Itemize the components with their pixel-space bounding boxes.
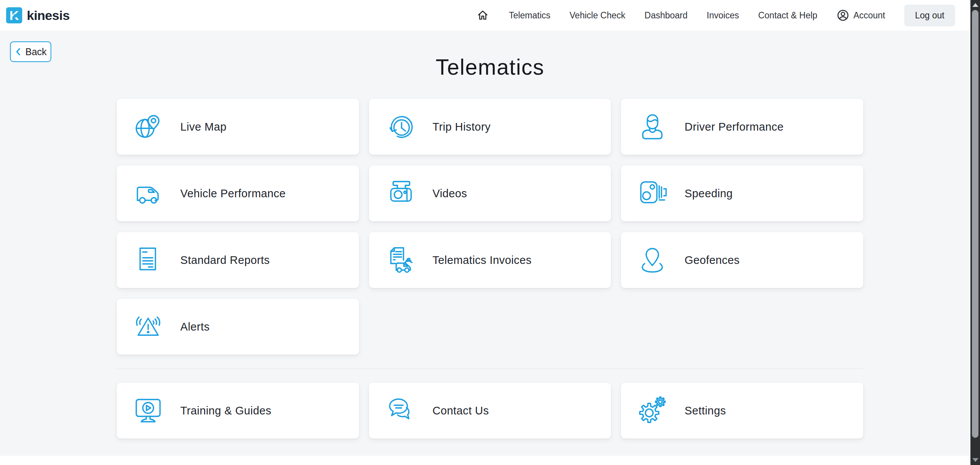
menu-card-settings[interactable]: Settings — [621, 383, 863, 439]
van-icon — [134, 179, 163, 208]
menu-card-speeding[interactable]: Speeding — [621, 165, 863, 221]
menu-card-trip-history[interactable]: Trip History — [369, 99, 611, 155]
report-document-icon — [134, 246, 163, 275]
back-button[interactable]: Back — [10, 41, 51, 62]
card-label: Trip History — [433, 121, 491, 133]
kinesis-logo[interactable]: K kinesis — [6, 7, 70, 23]
scrollbar-up-arrow-icon[interactable] — [972, 3, 978, 7]
chevron-left-icon — [15, 47, 22, 56]
menu-card-vehicle-performance[interactable]: Vehicle Performance — [117, 165, 359, 221]
card-label: Standard Reports — [180, 254, 270, 267]
secondary-card-grid: Training & Guides Contact Us Settings — [117, 383, 863, 439]
back-label: Back — [25, 46, 47, 57]
scrollbar-thumb[interactable] — [972, 10, 978, 438]
card-label: Contact Us — [433, 404, 489, 417]
menu-card-telematics-invoices[interactable]: Telematics Invoices — [369, 232, 611, 288]
menu-card-live-map[interactable]: Live Map — [117, 99, 359, 155]
brand-name: kinesis — [27, 8, 70, 23]
card-label: Settings — [684, 404, 726, 417]
alert-triangle-icon — [134, 312, 163, 341]
section-divider — [117, 368, 863, 369]
menu-card-geofences[interactable]: Geofences — [621, 232, 863, 288]
card-label: Telematics Invoices — [433, 254, 532, 267]
driver-icon — [638, 112, 667, 141]
card-label: Speeding — [684, 187, 733, 200]
menu-card-standard-reports[interactable]: Standard Reports — [117, 232, 359, 288]
card-label: Vehicle Performance — [180, 187, 286, 200]
account-label: Account — [853, 10, 885, 21]
nav-item-telematics[interactable]: Telematics — [509, 10, 550, 21]
kinesis-logo-icon: K — [6, 7, 22, 23]
menu-card-alerts[interactable]: Alerts — [117, 299, 359, 355]
content-area: Back Telematics Live Map Trip History — [0, 31, 980, 456]
menu-card-contact-us[interactable]: Contact Us — [369, 383, 611, 439]
account-circle-icon — [836, 9, 849, 22]
card-label: Driver Performance — [684, 121, 784, 133]
page-title: Telematics — [0, 54, 980, 80]
telematics-page: K kinesis TelematicsVehicle CheckDashboa… — [0, 0, 980, 465]
nav-item-vehicle-check[interactable]: Vehicle Check — [570, 10, 626, 21]
card-label: Geofences — [684, 254, 740, 267]
menu-card-training-guides[interactable]: Training & Guides — [117, 383, 359, 439]
nav-account[interactable]: Account — [836, 9, 885, 22]
chat-bubbles-icon — [386, 396, 415, 425]
card-label: Videos — [433, 187, 467, 200]
geofence-pin-icon — [638, 246, 667, 275]
nav-item-dashboard[interactable]: Dashboard — [645, 10, 688, 21]
history-clock-icon — [386, 112, 415, 141]
card-label: Live Map — [180, 121, 227, 133]
nav-item-contact-help[interactable]: Contact & Help — [758, 10, 817, 21]
training-monitor-icon — [134, 396, 163, 425]
nav-item-invoices[interactable]: Invoices — [707, 10, 739, 21]
menu-card-driver-performance[interactable]: Driver Performance — [621, 99, 863, 155]
cards-container: Live Map Trip History Driver Performance — [117, 99, 863, 439]
dashcam-icon — [386, 179, 415, 208]
page-scrollbar[interactable] — [970, 0, 980, 465]
card-label: Alerts — [180, 321, 210, 333]
scrollbar-down-arrow-icon[interactable] — [972, 458, 978, 462]
logout-button[interactable]: Log out — [904, 5, 955, 26]
nav-home[interactable] — [476, 8, 490, 22]
menu-card-videos[interactable]: Videos — [369, 165, 611, 221]
invoice-van-icon — [386, 246, 415, 275]
card-label: Training & Guides — [180, 404, 271, 417]
main-nav: TelematicsVehicle CheckDashboardInvoices… — [476, 5, 955, 26]
main-card-grid: Live Map Trip History Driver Performance — [117, 99, 863, 355]
speed-camera-icon — [638, 179, 667, 208]
top-navigation-bar: K kinesis TelematicsVehicle CheckDashboa… — [0, 0, 980, 31]
gears-icon — [638, 396, 667, 425]
home-icon — [476, 8, 490, 22]
globe-pin-icon — [134, 112, 163, 141]
